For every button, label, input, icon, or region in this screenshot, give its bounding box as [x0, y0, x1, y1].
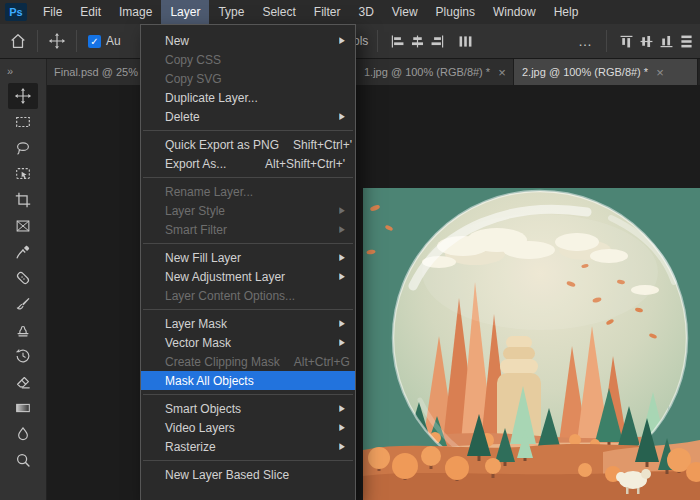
- menu-item-create-clipping-mask: Create Clipping Mask Alt+Ctrl+G: [141, 352, 355, 371]
- photoshop-logo[interactable]: Ps: [5, 3, 27, 21]
- menu-help[interactable]: Help: [545, 0, 588, 24]
- artwork-image: [363, 188, 700, 500]
- align-options-button[interactable]: …: [574, 33, 597, 49]
- submenu-arrow-icon: ▶: [339, 319, 345, 329]
- shortcut-label: Shift+Ctrl+': [293, 138, 352, 152]
- distribute-vertical-button[interactable]: [676, 31, 696, 51]
- submenu-arrow-icon: ▶: [339, 206, 345, 216]
- healing-brush-icon: [14, 269, 32, 287]
- auto-select-checkbox[interactable]: ✓: [88, 35, 101, 48]
- menu-window[interactable]: Window: [484, 0, 545, 24]
- submenu-arrow-icon: ▶: [339, 253, 345, 263]
- lasso-icon: [14, 139, 32, 157]
- menu-item-layer-style: Layer Style ▶: [141, 201, 355, 220]
- clone-stamp-icon: [14, 321, 32, 339]
- menu-item-new-adjustment-layer[interactable]: New Adjustment Layer ▶: [141, 267, 355, 286]
- menu-item-delete[interactable]: Delete ▶: [141, 107, 355, 126]
- rectangular-marquee-tool[interactable]: [8, 109, 38, 135]
- submenu-arrow-icon: ▶: [339, 423, 345, 433]
- menu-3d[interactable]: 3D: [349, 0, 382, 24]
- blur-icon: [14, 425, 32, 443]
- align-left-button[interactable]: [387, 31, 407, 51]
- frame-tool[interactable]: [8, 213, 38, 239]
- dodge-icon: [14, 451, 32, 469]
- distribute-horizontal-button[interactable]: [455, 31, 475, 51]
- menu-item-copy-css: Copy CSS: [141, 50, 355, 69]
- menu-item-new[interactable]: New ▶: [141, 31, 355, 50]
- menu-item-video-layers[interactable]: Video Layers ▶: [141, 418, 355, 437]
- menu-item-new-layer-based-slice[interactable]: New Layer Based Slice: [141, 465, 355, 484]
- object-selection-icon: [14, 165, 32, 183]
- menu-item-new-fill-layer[interactable]: New Fill Layer ▶: [141, 248, 355, 267]
- object-selection-tool[interactable]: [8, 161, 38, 187]
- move-tool-indicator-icon[interactable]: [47, 31, 67, 51]
- submenu-arrow-icon: ▶: [339, 225, 345, 235]
- menu-file[interactable]: File: [34, 0, 71, 24]
- tab-label: 1.jpg @ 100% (RGB/8#) *: [364, 66, 490, 78]
- submenu-arrow-icon: ▶: [339, 338, 345, 348]
- eyedropper-tool[interactable]: [8, 239, 38, 265]
- menu-item-export-as[interactable]: Export As... Alt+Shift+Ctrl+': [141, 154, 355, 173]
- menu-layer[interactable]: Layer: [161, 0, 209, 24]
- tab-2-jpg[interactable]: 2.jpg @ 100% (RGB/8#) * ×: [514, 59, 698, 85]
- frame-icon: [14, 217, 32, 235]
- divider: [76, 30, 77, 52]
- close-tab-icon[interactable]: ×: [656, 66, 664, 79]
- tab-label: 2.jpg @ 100% (RGB/8#) *: [522, 66, 648, 78]
- move-tool[interactable]: [8, 83, 38, 109]
- menu-view[interactable]: View: [383, 0, 427, 24]
- lasso-tool[interactable]: [8, 135, 38, 161]
- menu-item-duplicate-layer[interactable]: Duplicate Layer...: [141, 88, 355, 107]
- menu-item-layer-mask[interactable]: Layer Mask ▶: [141, 314, 355, 333]
- blur-tool[interactable]: [8, 421, 38, 447]
- dodge-tool[interactable]: [8, 447, 38, 473]
- tab-label: Final.psd @ 25%: [54, 66, 138, 78]
- gradient-icon: [14, 399, 32, 417]
- shortcut-label: Alt+Shift+Ctrl+': [265, 157, 345, 171]
- crop-icon: [14, 191, 32, 209]
- menu-item-vector-mask[interactable]: Vector Mask ▶: [141, 333, 355, 352]
- align-vertical-centers-button[interactable]: [636, 31, 656, 51]
- divider: [37, 30, 38, 52]
- history-brush-tool[interactable]: [8, 343, 38, 369]
- menu-separator: [143, 394, 353, 395]
- submenu-arrow-icon: ▶: [339, 112, 345, 122]
- menu-filter[interactable]: Filter: [305, 0, 350, 24]
- menu-item-quick-export-png[interactable]: Quick Export as PNG Shift+Ctrl+': [141, 135, 355, 154]
- submenu-arrow-icon: ▶: [339, 442, 345, 452]
- tab-1-jpg[interactable]: 1.jpg @ 100% (RGB/8#) * ×: [356, 59, 514, 85]
- menu-select[interactable]: Select: [253, 0, 304, 24]
- menu-edit[interactable]: Edit: [71, 0, 110, 24]
- menu-item-rename-layer: Rename Layer...: [141, 182, 355, 201]
- submenu-arrow-icon: ▶: [339, 36, 345, 46]
- menu-separator: [143, 243, 353, 244]
- align-bottom-button[interactable]: [656, 31, 676, 51]
- menu-image[interactable]: Image: [110, 0, 161, 24]
- menu-item-smart-objects[interactable]: Smart Objects ▶: [141, 399, 355, 418]
- eraser-icon: [14, 373, 32, 391]
- menu-separator: [143, 460, 353, 461]
- menu-separator: [143, 309, 353, 310]
- crop-tool[interactable]: [8, 187, 38, 213]
- brush-tool[interactable]: [8, 291, 38, 317]
- clone-stamp-tool[interactable]: [8, 317, 38, 343]
- menu-type[interactable]: Type: [209, 0, 253, 24]
- menu-item-rasterize[interactable]: Rasterize ▶: [141, 437, 355, 456]
- close-tab-icon[interactable]: ×: [498, 66, 506, 79]
- marquee-icon: [14, 113, 32, 131]
- align-right-button[interactable]: [427, 31, 447, 51]
- document-image: [363, 188, 700, 500]
- align-top-button[interactable]: [616, 31, 636, 51]
- menu-item-layer-content-options: Layer Content Options...: [141, 286, 355, 305]
- align-horizontal-centers-button[interactable]: [407, 31, 427, 51]
- move-icon: [14, 87, 32, 105]
- menu-plugins[interactable]: Plugins: [427, 0, 484, 24]
- menu-item-mask-all-objects[interactable]: Mask All Objects: [141, 371, 355, 390]
- expand-panel-button[interactable]: »: [0, 59, 46, 83]
- shortcut-label: Alt+Ctrl+G: [294, 355, 350, 369]
- home-button[interactable]: [8, 31, 28, 51]
- spot-healing-brush-tool[interactable]: [8, 265, 38, 291]
- gradient-tool[interactable]: [8, 395, 38, 421]
- divider: [606, 30, 607, 52]
- eraser-tool[interactable]: [8, 369, 38, 395]
